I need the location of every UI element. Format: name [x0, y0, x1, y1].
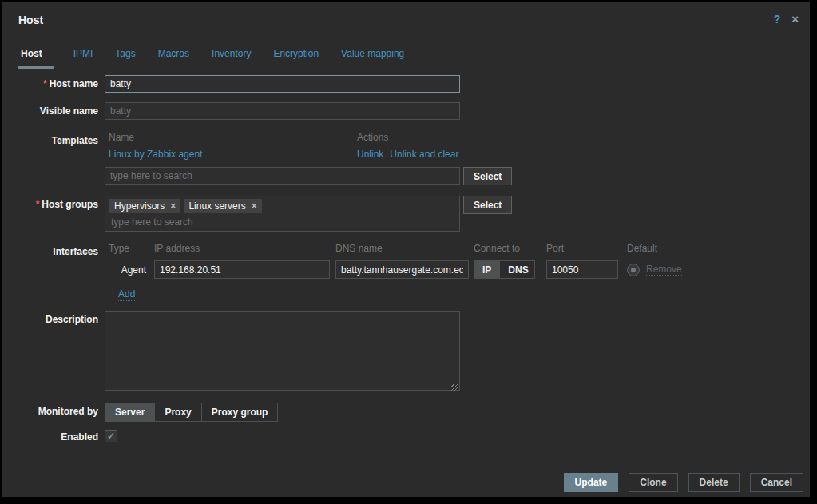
description-textarea[interactable] [105, 311, 460, 391]
templates-actions-column-header: Actions [357, 132, 388, 143]
enabled-checkbox[interactable]: ✓ [105, 430, 117, 442]
interface-dns-column-header: DNS name [335, 243, 469, 254]
interface-port-input[interactable] [546, 260, 618, 279]
interface-type-column-header: Type [105, 243, 150, 254]
host-dialog: Host ? × Host IPMI Tags Macros Inventory… [2, 2, 810, 497]
required-asterisk: * [36, 199, 40, 210]
resize-handle[interactable] [451, 384, 458, 391]
tab-bar: Host IPMI Tags Macros Inventory Encrypti… [18, 42, 810, 69]
tab-inventory[interactable]: Inventory [200, 42, 262, 69]
host-groups-label: *Host groups [16, 196, 98, 210]
chip-remove-icon[interactable]: × [252, 200, 257, 212]
connect-dns-button[interactable]: DNS [499, 261, 536, 278]
tab-host[interactable]: Host [18, 42, 54, 69]
tab-value-mapping[interactable]: Value mapping [330, 42, 415, 69]
interface-default-column-header: Default [627, 243, 657, 254]
connect-to-toggle: IP DNS [474, 260, 535, 279]
interface-connect-column-header: Connect to [474, 243, 535, 254]
templates-search-input[interactable] [105, 167, 460, 185]
clone-button[interactable]: Clone [629, 473, 677, 492]
unlink-link[interactable]: Unlink [357, 149, 383, 161]
monitored-by-toggle: Server Proxy Proxy group [105, 403, 278, 422]
required-asterisk: * [43, 78, 47, 89]
monitored-by-proxy-group-button[interactable]: Proxy group [201, 403, 278, 421]
unlink-and-clear-link[interactable]: Unlink and clear [390, 149, 458, 161]
host-group-chip: Hypervisors× [109, 199, 180, 213]
interface-ip-input[interactable] [154, 260, 330, 279]
dialog-footer: Update Clone Delete Cancel [564, 473, 803, 492]
visible-name-label: Visible name [16, 102, 98, 117]
enabled-label: Enabled [16, 430, 98, 442]
tab-ipmi[interactable]: IPMI [62, 42, 105, 69]
cancel-button[interactable]: Cancel [750, 473, 803, 492]
default-interface-radio[interactable] [627, 264, 640, 276]
monitored-by-label: Monitored by [16, 403, 98, 417]
linked-template-link[interactable]: Linux by Zabbix agent [109, 149, 202, 160]
host-groups-select-button[interactable]: Select [463, 196, 512, 214]
connect-ip-button[interactable]: IP [474, 261, 499, 278]
help-icon[interactable]: ? [774, 13, 781, 26]
monitored-by-server-button[interactable]: Server [105, 403, 154, 421]
interface-remove-link: Remove [646, 264, 682, 276]
add-interface-link[interactable]: Add [118, 288, 135, 301]
update-button[interactable]: Update [564, 473, 619, 492]
tab-tags[interactable]: Tags [104, 42, 146, 69]
interface-port-column-header: Port [546, 243, 618, 254]
tab-encryption[interactable]: Encryption [262, 42, 330, 69]
visible-name-input[interactable] [105, 102, 460, 120]
host-name-label: *Host name [16, 75, 98, 89]
monitored-by-proxy-button[interactable]: Proxy [154, 403, 200, 421]
close-icon[interactable]: × [791, 12, 799, 26]
interface-dns-input[interactable] [335, 260, 469, 279]
host-name-input[interactable] [105, 75, 460, 93]
interface-ip-column-header: IP address [154, 243, 330, 254]
interface-row: Agent IP DNS Remove [105, 260, 682, 279]
description-label: Description [16, 311, 98, 325]
host-form: *Host name Visible name Templates Name A… [2, 75, 810, 442]
dialog-title: Host [18, 14, 43, 26]
host-groups-search-placeholder[interactable]: type here to search [109, 213, 455, 228]
host-group-chip: Linux servers× [184, 199, 261, 213]
delete-button[interactable]: Delete [688, 473, 740, 492]
tab-macros[interactable]: Macros [147, 42, 200, 69]
templates-select-button[interactable]: Select [463, 167, 512, 185]
templates-label: Templates [16, 132, 98, 146]
interfaces-label: Interfaces [16, 243, 98, 257]
host-groups-multiselect[interactable]: Hypervisors× Linux servers× type here to… [105, 196, 460, 232]
dialog-header: Host ? × [2, 2, 810, 37]
templates-name-column-header: Name [105, 132, 357, 143]
interface-type-value: Agent [105, 264, 150, 276]
chip-remove-icon[interactable]: × [170, 200, 176, 212]
